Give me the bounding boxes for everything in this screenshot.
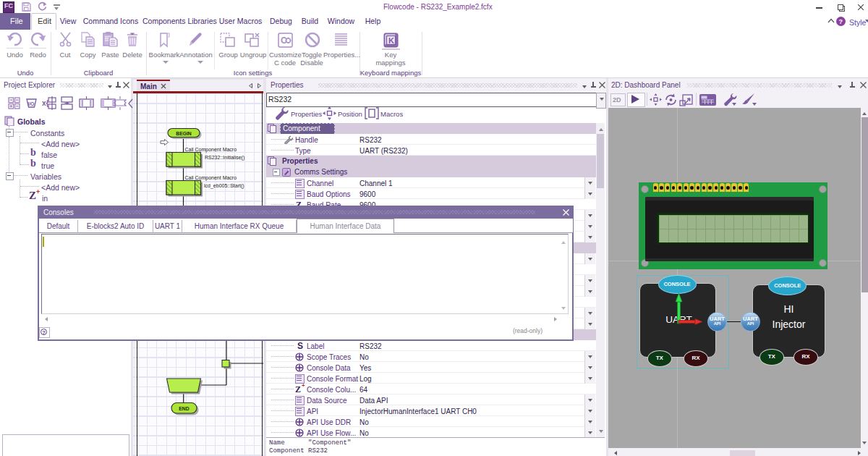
svg-text:I/O: I/O <box>27 101 35 106</box>
svg-text:x{: x{ <box>42 99 49 107</box>
svg-text:END: END <box>179 405 189 410</box>
svg-text:Call Component Macro: Call Component Macro <box>185 174 237 180</box>
svg-text:BEGIN: BEGIN <box>176 130 192 135</box>
svg-text:K: K <box>388 36 394 45</box>
svg-text:lcd_eb005::Start(): lcd_eb005::Start() <box>204 183 244 189</box>
svg-text:RS232::Initialise(): RS232::Initialise() <box>205 155 244 161</box>
svg-text:Call Component Macro: Call Component Macro <box>185 146 237 152</box>
